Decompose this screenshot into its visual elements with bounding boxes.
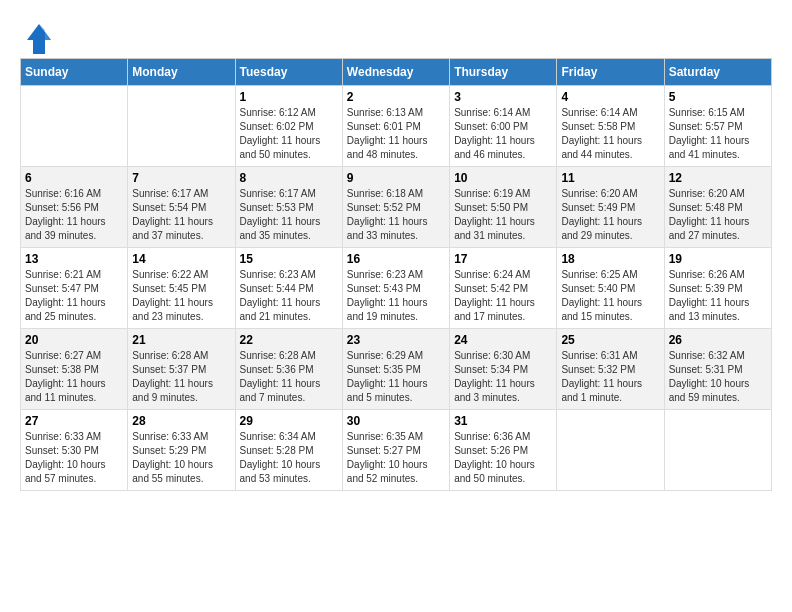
day-info: Sunrise: 6:22 AMSunset: 5:45 PMDaylight:… <box>132 268 230 324</box>
calendar-cell: 29Sunrise: 6:34 AMSunset: 5:28 PMDayligh… <box>235 410 342 491</box>
day-number: 15 <box>240 252 338 266</box>
calendar-week-row: 6Sunrise: 6:16 AMSunset: 5:56 PMDaylight… <box>21 167 772 248</box>
weekday-header: Sunday <box>21 59 128 86</box>
calendar-cell: 31Sunrise: 6:36 AMSunset: 5:26 PMDayligh… <box>450 410 557 491</box>
calendar-cell: 10Sunrise: 6:19 AMSunset: 5:50 PMDayligh… <box>450 167 557 248</box>
day-info: Sunrise: 6:20 AMSunset: 5:49 PMDaylight:… <box>561 187 659 243</box>
calendar-cell: 24Sunrise: 6:30 AMSunset: 5:34 PMDayligh… <box>450 329 557 410</box>
day-number: 10 <box>454 171 552 185</box>
page-header <box>20 20 772 48</box>
day-number: 26 <box>669 333 767 347</box>
calendar-cell: 12Sunrise: 6:20 AMSunset: 5:48 PMDayligh… <box>664 167 771 248</box>
day-number: 3 <box>454 90 552 104</box>
day-number: 6 <box>25 171 123 185</box>
calendar-cell: 11Sunrise: 6:20 AMSunset: 5:49 PMDayligh… <box>557 167 664 248</box>
calendar-cell: 9Sunrise: 6:18 AMSunset: 5:52 PMDaylight… <box>342 167 449 248</box>
day-number: 22 <box>240 333 338 347</box>
logo-icon <box>23 20 55 56</box>
calendar-cell: 2Sunrise: 6:13 AMSunset: 6:01 PMDaylight… <box>342 86 449 167</box>
day-info: Sunrise: 6:32 AMSunset: 5:31 PMDaylight:… <box>669 349 767 405</box>
day-number: 31 <box>454 414 552 428</box>
day-number: 13 <box>25 252 123 266</box>
day-info: Sunrise: 6:17 AMSunset: 5:54 PMDaylight:… <box>132 187 230 243</box>
day-number: 19 <box>669 252 767 266</box>
calendar-cell <box>128 86 235 167</box>
day-number: 28 <box>132 414 230 428</box>
day-info: Sunrise: 6:14 AMSunset: 6:00 PMDaylight:… <box>454 106 552 162</box>
day-number: 17 <box>454 252 552 266</box>
day-number: 2 <box>347 90 445 104</box>
day-number: 27 <box>25 414 123 428</box>
day-info: Sunrise: 6:16 AMSunset: 5:56 PMDaylight:… <box>25 187 123 243</box>
day-info: Sunrise: 6:24 AMSunset: 5:42 PMDaylight:… <box>454 268 552 324</box>
calendar-cell: 26Sunrise: 6:32 AMSunset: 5:31 PMDayligh… <box>664 329 771 410</box>
calendar-week-row: 1Sunrise: 6:12 AMSunset: 6:02 PMDaylight… <box>21 86 772 167</box>
calendar-cell: 8Sunrise: 6:17 AMSunset: 5:53 PMDaylight… <box>235 167 342 248</box>
calendar-cell <box>21 86 128 167</box>
day-info: Sunrise: 6:36 AMSunset: 5:26 PMDaylight:… <box>454 430 552 486</box>
weekday-header: Thursday <box>450 59 557 86</box>
day-number: 18 <box>561 252 659 266</box>
day-info: Sunrise: 6:33 AMSunset: 5:30 PMDaylight:… <box>25 430 123 486</box>
day-number: 16 <box>347 252 445 266</box>
calendar-cell: 5Sunrise: 6:15 AMSunset: 5:57 PMDaylight… <box>664 86 771 167</box>
day-info: Sunrise: 6:17 AMSunset: 5:53 PMDaylight:… <box>240 187 338 243</box>
weekday-header: Saturday <box>664 59 771 86</box>
day-number: 23 <box>347 333 445 347</box>
calendar-table: SundayMondayTuesdayWednesdayThursdayFrid… <box>20 58 772 491</box>
weekday-header: Tuesday <box>235 59 342 86</box>
day-info: Sunrise: 6:19 AMSunset: 5:50 PMDaylight:… <box>454 187 552 243</box>
calendar-cell: 13Sunrise: 6:21 AMSunset: 5:47 PMDayligh… <box>21 248 128 329</box>
day-number: 21 <box>132 333 230 347</box>
day-info: Sunrise: 6:35 AMSunset: 5:27 PMDaylight:… <box>347 430 445 486</box>
day-number: 8 <box>240 171 338 185</box>
calendar-cell: 15Sunrise: 6:23 AMSunset: 5:44 PMDayligh… <box>235 248 342 329</box>
day-info: Sunrise: 6:12 AMSunset: 6:02 PMDaylight:… <box>240 106 338 162</box>
day-info: Sunrise: 6:28 AMSunset: 5:36 PMDaylight:… <box>240 349 338 405</box>
day-number: 1 <box>240 90 338 104</box>
calendar-cell: 3Sunrise: 6:14 AMSunset: 6:00 PMDaylight… <box>450 86 557 167</box>
day-info: Sunrise: 6:34 AMSunset: 5:28 PMDaylight:… <box>240 430 338 486</box>
day-number: 7 <box>132 171 230 185</box>
calendar-week-row: 13Sunrise: 6:21 AMSunset: 5:47 PMDayligh… <box>21 248 772 329</box>
day-number: 11 <box>561 171 659 185</box>
calendar-cell: 4Sunrise: 6:14 AMSunset: 5:58 PMDaylight… <box>557 86 664 167</box>
calendar-cell: 20Sunrise: 6:27 AMSunset: 5:38 PMDayligh… <box>21 329 128 410</box>
day-info: Sunrise: 6:13 AMSunset: 6:01 PMDaylight:… <box>347 106 445 162</box>
calendar-cell <box>557 410 664 491</box>
day-info: Sunrise: 6:26 AMSunset: 5:39 PMDaylight:… <box>669 268 767 324</box>
calendar-cell: 28Sunrise: 6:33 AMSunset: 5:29 PMDayligh… <box>128 410 235 491</box>
day-info: Sunrise: 6:18 AMSunset: 5:52 PMDaylight:… <box>347 187 445 243</box>
calendar-cell: 1Sunrise: 6:12 AMSunset: 6:02 PMDaylight… <box>235 86 342 167</box>
day-number: 12 <box>669 171 767 185</box>
day-info: Sunrise: 6:20 AMSunset: 5:48 PMDaylight:… <box>669 187 767 243</box>
day-info: Sunrise: 6:33 AMSunset: 5:29 PMDaylight:… <box>132 430 230 486</box>
calendar-week-row: 20Sunrise: 6:27 AMSunset: 5:38 PMDayligh… <box>21 329 772 410</box>
weekday-header: Monday <box>128 59 235 86</box>
day-number: 14 <box>132 252 230 266</box>
calendar-header-row: SundayMondayTuesdayWednesdayThursdayFrid… <box>21 59 772 86</box>
day-info: Sunrise: 6:28 AMSunset: 5:37 PMDaylight:… <box>132 349 230 405</box>
calendar-week-row: 27Sunrise: 6:33 AMSunset: 5:30 PMDayligh… <box>21 410 772 491</box>
calendar-body: 1Sunrise: 6:12 AMSunset: 6:02 PMDaylight… <box>21 86 772 491</box>
day-number: 30 <box>347 414 445 428</box>
logo <box>20 20 55 48</box>
day-info: Sunrise: 6:25 AMSunset: 5:40 PMDaylight:… <box>561 268 659 324</box>
day-number: 20 <box>25 333 123 347</box>
weekday-header: Wednesday <box>342 59 449 86</box>
day-info: Sunrise: 6:27 AMSunset: 5:38 PMDaylight:… <box>25 349 123 405</box>
day-number: 29 <box>240 414 338 428</box>
calendar-cell: 30Sunrise: 6:35 AMSunset: 5:27 PMDayligh… <box>342 410 449 491</box>
calendar-cell: 23Sunrise: 6:29 AMSunset: 5:35 PMDayligh… <box>342 329 449 410</box>
day-number: 9 <box>347 171 445 185</box>
weekday-header: Friday <box>557 59 664 86</box>
day-info: Sunrise: 6:30 AMSunset: 5:34 PMDaylight:… <box>454 349 552 405</box>
day-info: Sunrise: 6:29 AMSunset: 5:35 PMDaylight:… <box>347 349 445 405</box>
day-info: Sunrise: 6:23 AMSunset: 5:43 PMDaylight:… <box>347 268 445 324</box>
day-info: Sunrise: 6:21 AMSunset: 5:47 PMDaylight:… <box>25 268 123 324</box>
calendar-cell: 18Sunrise: 6:25 AMSunset: 5:40 PMDayligh… <box>557 248 664 329</box>
day-info: Sunrise: 6:14 AMSunset: 5:58 PMDaylight:… <box>561 106 659 162</box>
day-info: Sunrise: 6:23 AMSunset: 5:44 PMDaylight:… <box>240 268 338 324</box>
calendar-cell: 16Sunrise: 6:23 AMSunset: 5:43 PMDayligh… <box>342 248 449 329</box>
calendar-cell <box>664 410 771 491</box>
